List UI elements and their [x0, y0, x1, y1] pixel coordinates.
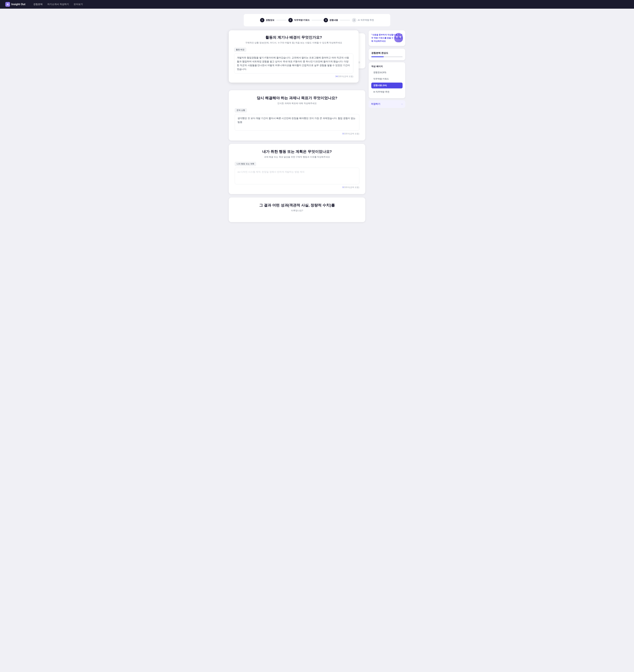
pages-title: 작성 페이지 — [371, 65, 403, 68]
brand-logo-icon — [5, 2, 10, 7]
sidebar-tip-text: "내용을 풍부하게 작성할수록 AI 직무 역량 키워드를 받을 수 최선을 다… — [371, 33, 403, 43]
sidebar-item-job-keyword[interactable]: 직무역량 키워드 — [371, 76, 403, 82]
progress-bar-background — [371, 56, 403, 57]
step-1-circle: 1 — [260, 18, 264, 22]
card-2: 당시 해결해야 하는 과제나 목표가 무엇이었나요? 인식한 과제와 목표에 대… — [229, 90, 365, 141]
card-2-subtitle: 인식한 과제와 목표에 대해 작성해주세요 — [235, 102, 359, 105]
progress-bar-fill — [371, 56, 384, 57]
step-4: 4 AI 직무역량 추천 — [352, 18, 374, 22]
nav-experience-analysis[interactable]: 경험분해 — [33, 3, 43, 6]
card-front-char-count: 34/100자(공백 포함) — [234, 75, 353, 78]
save-button[interactable]: 저장하기 ↑↑ — [369, 100, 405, 108]
step-1-label: 경험정보 — [266, 19, 274, 22]
sidebar: "내용을 풍부하게 작성할수록 AI 직무 역량 키워드를 받을 수 최선을 다… — [369, 30, 405, 108]
card-overlap-container: 이 무엇인가요? 보는 사람도 이해할 수 있도록 작성해주세요 세서 열리는 … — [229, 30, 365, 83]
card-3-field-label: 나의 행동 또는 계획 — [235, 162, 256, 166]
card-3: 내가 취한 행동 또는 계획은 무엇이었나요? 과제 해결 또는 목표 달성을 … — [229, 144, 365, 194]
card-front-subtitle: 구체적인 상황 정보(언제, 어디서, 누구와 어떻게 등) 처음 보는 사람도… — [234, 41, 353, 44]
step-3-label: 경험내용 — [329, 19, 338, 22]
svg-point-1 — [7, 4, 8, 5]
card-2-textarea[interactable]: 생각했던 것 보다 개발 기간이 짧아서 빠른 시간안에 런칭을 해야했던 것이… — [235, 114, 359, 131]
step-2-label: 직무역량 키워드 — [294, 19, 310, 22]
save-button-label: 저장하기 — [371, 102, 380, 105]
step-4-circle: 4 — [352, 18, 356, 22]
card-front-field-label: 활동 배경 — [234, 48, 246, 52]
card-3-subtitle: 과제 해결 또는 목표 달성을 위한 구체적 행동과 이유를 작성해주세요 — [235, 155, 359, 159]
brand-name: Insight Out — [11, 3, 25, 6]
card-2-title: 당시 해결해야 하는 과제나 목표가 무엇이었나요? — [235, 96, 359, 101]
card-4-title: 그 결과 어떤 성과(객관적 사실, 정량적 수치)를 — [235, 203, 359, 208]
step-1: 1 경험정보 — [260, 18, 274, 22]
progress-title: 경험분해 완성도 — [371, 52, 403, 55]
step-2-circle: 2 — [288, 18, 293, 22]
card-4: 그 결과 어떤 성과(객관적 사실, 정량적 수치)를 이루었나요? — [229, 197, 365, 222]
card-4-subtitle: 이루었나요? — [235, 209, 359, 212]
sidebar-pages: 작성 페이지 경험정보(3/3) 직무역량 키워드 경험내용 (0/4) AI … — [369, 62, 405, 98]
card-3-char-count: 0/100자(공백 포함) — [235, 186, 359, 189]
card-3-title: 내가 취한 행동 또는 계획은 무엇이었나요? — [235, 149, 359, 154]
save-shortcut-icon: ↑↑ — [401, 103, 403, 105]
step-2: 2 직무역량 키워드 — [288, 18, 310, 22]
main-layout: 1 경험정보 2 직무역량 키워드 3 경험내용 4 — [0, 9, 634, 227]
card-front-title: 활동의 계기나 배경이 무엇인가요? — [234, 35, 353, 40]
navbar: Insight Out 경험분해 자기소개서 작성하기 모아보기 — [0, 0, 634, 9]
nav-links: 경험분해 자기소개서 작성하기 모아보기 — [33, 3, 83, 6]
card-2-field-label: 문제 상황 — [235, 108, 247, 112]
sidebar-tip: "내용을 풍부하게 작성할수록 AI 직무 역량 키워드를 받을 수 최선을 다… — [369, 30, 405, 46]
stepper: 1 경험정보 2 직무역량 키워드 3 경험내용 4 — [260, 18, 374, 22]
nav-summary[interactable]: 모아보기 — [74, 3, 83, 6]
card-front: 활동의 계기나 배경이 무엇인가요? 구체적인 상황 정보(언제, 어디서, 누… — [229, 30, 359, 82]
content-area: 이 무엇인가요? 보는 사람도 이해할 수 있도록 작성해주세요 세서 열리는 … — [229, 30, 405, 222]
step-4-label: AI 직무역량 추천 — [358, 19, 374, 22]
step-3: 3 경험내용 — [324, 18, 338, 22]
sidebar-item-experience-info[interactable]: 경험정보(3/3) — [371, 70, 403, 75]
card-2-char-count: 0/100자(공백 포함) — [235, 133, 359, 135]
sidebar-progress: 경험분해 완성도 — [369, 49, 405, 60]
step-divider-2 — [312, 20, 322, 20]
card-3-textarea[interactable] — [235, 168, 359, 184]
brand: Insight Out — [5, 2, 25, 7]
step-3-circle: 3 — [324, 18, 328, 22]
nav-cover-letter[interactable]: 자기소개서 작성하기 — [47, 3, 69, 6]
cards-area: 이 무엇인가요? 보는 사람도 이해할 수 있도록 작성해주세요 세서 열리는 … — [229, 30, 365, 222]
stepper-container: 1 경험정보 2 직무역량 키워드 3 경험내용 4 — [244, 14, 390, 26]
step-divider-3 — [340, 20, 350, 20]
card-front-textarea[interactable]: 개발자와 협업경험을 쌓기 IT동아리에 들어갔습니다. 교외에서 열리는 프로… — [234, 53, 353, 73]
step-divider-1 — [276, 20, 286, 20]
sidebar-item-experience-content[interactable]: 경험내용 (0/4) — [371, 82, 403, 89]
sidebar-item-ai-recommendation[interactable]: AI 직무역량 추천 — [371, 89, 403, 95]
